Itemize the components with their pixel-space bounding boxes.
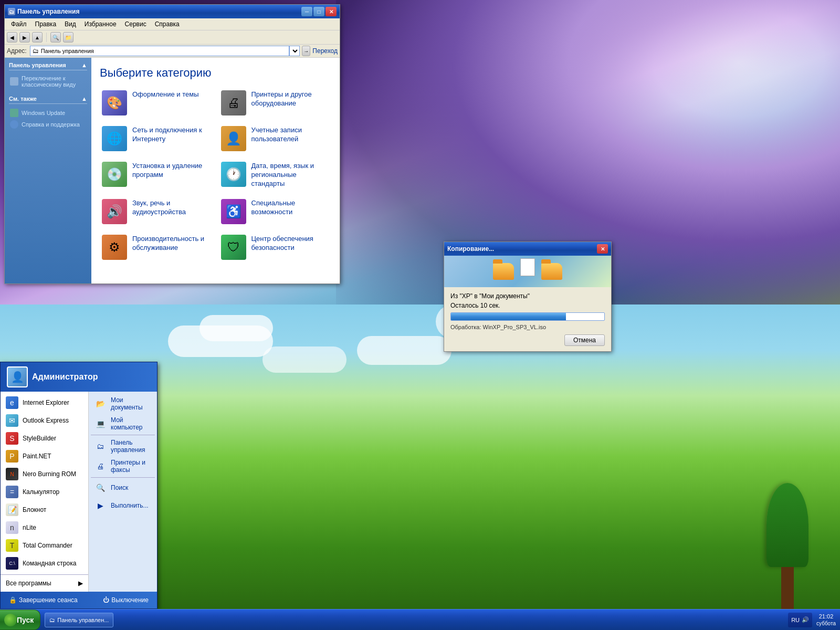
- address-input[interactable]: 🗂 Панель управления: [30, 46, 290, 56]
- menu-view[interactable]: Вид: [60, 19, 80, 29]
- cloud3: [262, 346, 346, 373]
- sm-item-nlite[interactable]: n nLite: [1, 519, 88, 537]
- search-button[interactable]: 🔍: [50, 32, 61, 43]
- cp-item-addremove[interactable]: 💿 Установка и удаление программ: [100, 160, 213, 191]
- sm-item-paintnet[interactable]: P Paint.NET: [1, 447, 88, 465]
- copy-processing-text: Обработка: WinXP_Pro_SP3_VL.iso: [450, 324, 605, 330]
- back-button[interactable]: ◀: [7, 32, 17, 43]
- sm-item-notepad[interactable]: 📝 Блокнот: [1, 501, 88, 519]
- cp-item-users[interactable]: 👤 Учетные записи пользователей: [219, 124, 332, 153]
- performance-icon: ⚙: [102, 235, 127, 260]
- taskbar-cp-window[interactable]: 🗂 Панель управлен...: [45, 613, 113, 627]
- cp-item-security[interactable]: 🛡 Центр обеспечения безопасности: [219, 233, 332, 262]
- sm-item-tc[interactable]: T Total Commander: [1, 537, 88, 554]
- sm-item-calc-label: Калькулятор: [23, 488, 59, 496]
- sm-item-cmd[interactable]: C:\ Командная строка: [1, 554, 88, 572]
- cp-sidebar-switch-view[interactable]: Переключение к классическому виду: [9, 74, 87, 89]
- clock: 21:02 суббота: [816, 613, 836, 627]
- printers-icon: 🖨: [221, 90, 246, 116]
- sm-logoff-btn[interactable]: 🔒 Завершение сеанса: [6, 595, 81, 605]
- sm-right-printers[interactable]: 🖨 Принтеры и факсы: [89, 456, 157, 476]
- cp-item-appearance[interactable]: 🎨 Оформление и темы: [100, 88, 213, 118]
- address-label: Адрес:: [7, 47, 27, 55]
- sm-right-cp[interactable]: 🗂 Панель управления: [89, 436, 157, 456]
- clock-day: суббота: [816, 620, 836, 627]
- folders-button[interactable]: 📁: [63, 32, 74, 43]
- cp-sidebar-see-also-title: См. также ▲: [9, 96, 87, 104]
- minimize-button[interactable]: ─: [301, 7, 312, 16]
- cp-item-datetime[interactable]: 🕐 Дата, время, язык и региональные станд…: [219, 160, 332, 191]
- shutdown-icon: ⏻: [103, 596, 109, 604]
- cp-item-network[interactable]: 🌐 Сеть и подключения к Интернету: [100, 124, 213, 153]
- copy-animation: [444, 256, 611, 287]
- search-sm-icon: 🔍: [94, 481, 107, 494]
- cp-item-sound-label: Звук, речь и аудиоустройства: [132, 199, 211, 217]
- taskbar: Пуск 🗂 Панель управлен... RU 🔊 21:02 суб…: [0, 609, 840, 630]
- cp-sidebar-panel-title: Панель управления ▲: [9, 62, 87, 70]
- sm-right-mydocs[interactable]: 📂 Мои документы: [89, 394, 157, 414]
- menu-file[interactable]: Файл: [7, 19, 31, 29]
- volume-icon[interactable]: 🔊: [802, 616, 809, 623]
- cp-item-accessibility-label: Специальные возможности: [251, 199, 330, 217]
- maximize-button[interactable]: □: [313, 7, 324, 16]
- cp-item-performance[interactable]: ⚙ Производительность и обслуживание: [100, 233, 213, 262]
- address-go-arrow[interactable]: →: [302, 46, 310, 56]
- cp-sidebar-help-support[interactable]: Справка и поддержка: [9, 119, 87, 130]
- copy-titlebar-title-area: Копирование...: [447, 245, 494, 253]
- sm-item-calc[interactable]: = Калькулятор: [1, 483, 88, 501]
- sm-item-oe[interactable]: ✉ Outlook Express: [1, 412, 88, 429]
- cp-item-accessibility[interactable]: ♿ Специальные возможности: [219, 197, 332, 226]
- sm-item-ie[interactable]: e Internet Explorer: [1, 394, 88, 412]
- cp-item-users-label: Учетные записи пользователей: [251, 126, 330, 144]
- cp-titlebar-buttons: ─ □ ✕: [301, 7, 337, 16]
- up-button[interactable]: ▲: [32, 32, 43, 43]
- address-value: Панель управления: [41, 48, 94, 54]
- cp-address-bar: Адрес: 🗂 Панель управления ▼ → Переход: [5, 45, 340, 58]
- cp-item-datetime-label: Дата, время, язык и региональные стандар…: [251, 162, 330, 188]
- sm-shutdown-btn[interactable]: ⏻ Выключение: [100, 595, 152, 605]
- help-icon: [10, 120, 18, 129]
- menu-help[interactable]: Справка: [151, 19, 184, 29]
- clock-time: 21:02: [816, 613, 836, 620]
- tree: [766, 483, 808, 567]
- control-panel-window: 🗂 Панель управления ─ □ ✕ Файл Правка Ви…: [4, 4, 340, 284]
- cp-menubar: Файл Правка Вид Избранное Сервис Справка: [5, 18, 340, 30]
- menu-edit[interactable]: Правка: [31, 19, 61, 29]
- copy-anim-content: [489, 258, 566, 285]
- sm-right-mycomp[interactable]: 💻 Мой компьютер: [89, 414, 157, 434]
- sm-item-nero[interactable]: N Nero Burning ROM: [1, 465, 88, 483]
- network-icon: 🌐: [102, 126, 127, 151]
- cmd-icon: C:\: [6, 557, 18, 570]
- menu-service[interactable]: Сервис: [121, 19, 151, 29]
- systray: RU 🔊: [788, 613, 812, 627]
- sm-right-run-label: Выполнить...: [111, 502, 149, 509]
- forward-button[interactable]: ▶: [19, 32, 30, 43]
- cp-sidebar-windows-update[interactable]: Windows Update: [9, 107, 87, 119]
- sm-right-run[interactable]: ▶ Выполнить...: [89, 497, 157, 514]
- close-button[interactable]: ✕: [326, 7, 337, 16]
- sm-right-divider1: [91, 435, 155, 435]
- calc-icon: =: [6, 486, 18, 498]
- start-button[interactable]: Пуск: [0, 610, 40, 630]
- cp-item-sound[interactable]: 🔊 Звук, речь и аудиоустройства: [100, 197, 213, 226]
- accessibility-icon: ♿: [221, 199, 246, 224]
- notepad-icon: 📝: [6, 503, 18, 516]
- cp-item-appearance-label: Оформление и темы: [132, 90, 199, 99]
- datetime-icon: 🕐: [221, 162, 246, 187]
- sm-item-oe-label: Outlook Express: [23, 417, 69, 424]
- copy-dialog: Копирование... ✕ Из "XP" в "Мои документ…: [444, 242, 612, 352]
- sm-item-tc-label: Total Commander: [23, 542, 72, 549]
- sm-item-stylebuilder[interactable]: S StyleBuilder: [1, 429, 88, 447]
- copy-close-button[interactable]: ✕: [597, 244, 608, 254]
- address-go-btn[interactable]: Переход: [312, 47, 338, 55]
- address-dropdown[interactable]: ▼: [289, 46, 300, 56]
- menu-favorites[interactable]: Избранное: [80, 19, 121, 29]
- sound-icon: 🔊: [102, 199, 127, 224]
- copy-cancel-button[interactable]: Отмена: [564, 334, 605, 346]
- copy-paper: [520, 258, 535, 276]
- cp-item-printers[interactable]: 🖨 Принтеры и другое оборудование: [219, 88, 332, 118]
- sm-right-search[interactable]: 🔍 Поиск: [89, 479, 157, 497]
- appearance-icon: 🎨: [102, 90, 127, 116]
- logoff-icon: 🔒: [9, 596, 17, 604]
- sm-all-programs[interactable]: Все программы ▶: [1, 577, 88, 590]
